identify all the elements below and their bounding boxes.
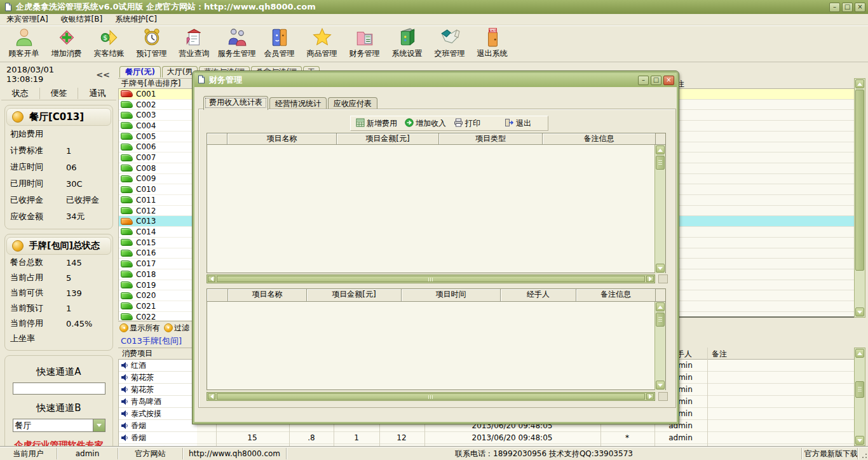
toolbar-button-shift-manage[interactable]: 交班管理 — [428, 27, 471, 61]
consume-item[interactable]: 红酒 — [119, 360, 197, 372]
dialog-tab-0[interactable]: 费用收入统计表 — [203, 96, 268, 110]
toolbar-button-waiter-manage[interactable]: 服务生管理 — [215, 27, 258, 61]
toolbar-button-customer-open[interactable]: 顾客开单 — [3, 27, 45, 61]
card-list-item[interactable]: C018 — [119, 269, 197, 280]
card-list-item[interactable]: C015 — [119, 238, 197, 248]
scrollbar-thumb[interactable] — [217, 276, 645, 282]
dialog-titlebar[interactable]: 财务管理 – □ × — [194, 73, 677, 87]
toolbar-button-finance-manage[interactable]: 财务管理 — [343, 27, 386, 61]
column-header: 项目时间 — [402, 289, 501, 301]
menu-item-1[interactable]: 收银结算[B] — [55, 14, 109, 25]
dialog-button-new-fee[interactable]: 新增费用 — [353, 118, 400, 130]
card-list-item[interactable]: C004 — [119, 121, 197, 132]
close-button[interactable]: × — [855, 3, 865, 12]
dialog-button-add-income[interactable]: 增加收入 — [402, 118, 449, 130]
maximize-button[interactable]: □ — [842, 3, 853, 12]
card-list-header[interactable]: 手牌号[单击排序] — [118, 78, 197, 89]
tab-notes[interactable]: 便签 — [40, 88, 79, 99]
card-list-item[interactable]: C022 — [119, 312, 197, 320]
show-all-button[interactable]: 显示所有 — [130, 323, 160, 334]
consume-item[interactable]: 青岛啤酒 — [119, 396, 197, 408]
card-list-item[interactable]: C002 — [119, 100, 197, 111]
scroll-left-icon[interactable] — [208, 393, 215, 400]
scroll-right-icon[interactable] — [646, 276, 654, 282]
dialog-button-print[interactable]: 打印 — [451, 118, 483, 130]
scroll-down-icon[interactable] — [855, 308, 864, 316]
fee-table-scrollbar[interactable] — [654, 145, 665, 273]
toolbar-button-label: 顾客开单 — [9, 48, 39, 59]
toolbar-button-add-consume[interactable]: 增加消费 — [45, 27, 88, 61]
consume-item[interactable]: 香烟 — [119, 432, 197, 444]
menu-item-0[interactable]: 来宾管理[A] — [0, 14, 55, 25]
card-list-item[interactable]: C016 — [119, 248, 197, 259]
scroll-down-icon[interactable] — [855, 436, 864, 445]
fee-table-hscrollbar[interactable] — [207, 274, 655, 283]
tab-status[interactable]: 状态 — [1, 88, 40, 99]
card-list-item[interactable]: C012 — [119, 206, 197, 217]
card-list-item[interactable]: C007 — [119, 152, 197, 163]
dropdown-arrow-icon[interactable] — [93, 419, 105, 431]
toolbar-button-guest-checkout[interactable]: $宾客结账 — [88, 27, 130, 61]
card-list-item[interactable]: C014 — [119, 227, 197, 238]
card-list-item[interactable]: C013 — [119, 216, 197, 227]
consume-item[interactable]: 香烟 — [119, 420, 197, 432]
income-table-hscrollbar[interactable] — [207, 392, 655, 401]
scroll-down-icon[interactable] — [656, 264, 665, 273]
scroll-left-icon[interactable] — [208, 276, 215, 282]
card-list-item[interactable]: C017 — [119, 259, 197, 269]
statusbar-cell-0: 当前用户 — [0, 448, 57, 459]
dialog-maximize-button[interactable]: □ — [651, 76, 661, 85]
card-list-item[interactable]: C009 — [119, 174, 197, 185]
card-list-item[interactable]: C019 — [119, 280, 197, 291]
bg-lower-scrollbar[interactable] — [854, 348, 865, 446]
toolbar-button-business-query[interactable]: 营业查询 — [173, 27, 215, 61]
minimize-button[interactable]: – — [829, 3, 840, 12]
toolbar-button-member-manage[interactable]: 会员管理 — [258, 27, 301, 61]
info-value: 34元 — [66, 211, 85, 222]
dialog-close-button[interactable]: × — [663, 76, 674, 85]
scrollbar-thumb[interactable] — [656, 313, 665, 327]
scrollbar-thumb[interactable] — [855, 90, 864, 271]
statusbar-cell-5[interactable]: 官方最新版下载 — [802, 448, 858, 459]
table-row[interactable]: 15.81122013/06/20 09:48:05*admin — [197, 432, 854, 444]
scroll-up-icon[interactable] — [656, 302, 665, 311]
scroll-up-icon[interactable] — [656, 145, 665, 154]
toolbar-button-goods-manage[interactable]: 商品管理 — [301, 27, 343, 61]
consume-item[interactable]: 菊花茶 — [119, 372, 197, 384]
consume-item[interactable]: 菊花茶 — [119, 384, 197, 396]
scrollbar-thumb[interactable] — [855, 381, 864, 398]
card-list-item[interactable]: C008 — [119, 163, 197, 174]
dialog-tab-1[interactable]: 经营情况统计 — [269, 97, 327, 110]
toolbar-button-exit-system[interactable]: EXIT退出系统 — [471, 27, 513, 61]
dialog-button-exit-dialog[interactable]: 退出 — [502, 118, 534, 130]
card-list-item[interactable]: C010 — [119, 184, 197, 195]
card-list-item[interactable]: C021 — [119, 301, 197, 312]
card-list-item[interactable]: C001 — [119, 89, 197, 100]
scrollbar-thumb[interactable] — [656, 156, 665, 170]
scroll-up-icon[interactable] — [855, 349, 864, 358]
hall-tab-restaurant[interactable]: 餐厅(无) — [119, 66, 161, 78]
scrollbar-thumb[interactable] — [217, 393, 645, 400]
card-list-item[interactable]: C006 — [119, 142, 197, 153]
dialog-minimize-button[interactable]: – — [638, 76, 649, 85]
card-list-item[interactable]: C011 — [119, 195, 197, 206]
resize-grip-icon[interactable] — [859, 448, 868, 459]
income-table-scrollbar[interactable] — [654, 302, 665, 390]
bg-upper-scrollbar[interactable] — [854, 78, 865, 318]
scroll-down-icon[interactable] — [656, 381, 665, 389]
menu-item-2[interactable]: 系统维护[C] — [109, 14, 163, 25]
scroll-up-icon[interactable] — [855, 79, 864, 88]
dialog-tab-2[interactable]: 应收应付表 — [328, 97, 377, 110]
card-list-item[interactable]: C005 — [119, 132, 197, 142]
tab-comms[interactable]: 通讯 — [78, 88, 116, 99]
quick-channel-a-input[interactable] — [13, 382, 105, 395]
quick-channel-b-select[interactable]: 餐厅 — [13, 419, 105, 432]
sidebar-collapse-button[interactable]: << — [93, 70, 112, 79]
card-list-item[interactable]: C003 — [119, 110, 197, 121]
toolbar-button-reservation[interactable]: 预订管理 — [130, 27, 173, 61]
filter-button[interactable]: 过滤 — [174, 323, 189, 334]
scroll-right-icon[interactable] — [646, 393, 654, 400]
consume-item[interactable]: 泰式按摸 — [119, 408, 197, 420]
card-list-item[interactable]: C020 — [119, 290, 197, 301]
toolbar-button-system-settings[interactable]: 系统设置 — [386, 27, 428, 61]
